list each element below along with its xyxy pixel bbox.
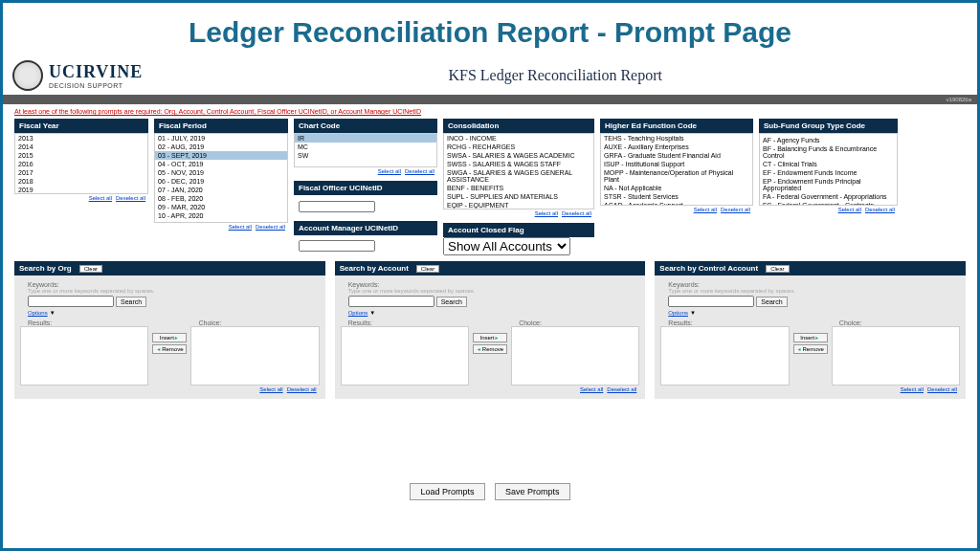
- closed-flag-select[interactable]: Show All Accounts: [443, 237, 570, 255]
- list-item[interactable]: NA - Not Applicable: [601, 184, 752, 192]
- sfgt-listbox[interactable]: AF - Agency FundsBF - Balancing Funds & …: [759, 133, 898, 206]
- options-link[interactable]: Options: [28, 310, 48, 316]
- save-prompts-button[interactable]: Save Prompts: [495, 483, 570, 500]
- select-all-link[interactable]: Select all: [535, 210, 558, 216]
- remove-button[interactable]: Remove: [152, 344, 187, 354]
- insert-button[interactable]: Insert: [152, 333, 187, 342]
- fiscal-period-listbox[interactable]: 01 - JULY, 201902 - AUG, 201903 - SEPT, …: [154, 133, 288, 223]
- deselect-all-link[interactable]: Deselect all: [721, 207, 750, 212]
- fiscal-year-listbox[interactable]: 201320142015201620172018201920202021: [14, 133, 148, 194]
- select-all-link[interactable]: Select all: [89, 195, 112, 201]
- options-link[interactable]: Options: [668, 310, 688, 316]
- choice-box[interactable]: [511, 326, 639, 386]
- deselect-all-link[interactable]: Deselect all: [927, 386, 957, 392]
- choice-box[interactable]: [832, 326, 960, 386]
- list-item[interactable]: MC: [295, 143, 436, 151]
- fiscal-year-panel: Fiscal Year 2013201420152016201720182019…: [14, 119, 148, 255]
- list-item[interactable]: 2019: [15, 186, 147, 194]
- list-item[interactable]: 03 - SEPT, 2019: [155, 151, 287, 160]
- list-item[interactable]: 2017: [15, 168, 147, 177]
- options-link[interactable]: Options: [348, 310, 368, 316]
- deselect-all-link[interactable]: Deselect all: [116, 195, 145, 201]
- choice-box[interactable]: [190, 326, 319, 386]
- list-item[interactable]: RCHG - RECHARGES: [444, 143, 593, 151]
- list-item[interactable]: GRFA - Graduate Student Financial Aid: [601, 151, 752, 160]
- keywords-input[interactable]: [668, 296, 754, 307]
- deselect-all-link[interactable]: Deselect all: [865, 207, 895, 212]
- select-all-link[interactable]: Select all: [259, 386, 282, 392]
- list-item[interactable]: ISUP - Institutional Support: [601, 160, 752, 168]
- list-item[interactable]: BF - Balancing Funds & Encumbrance Contr…: [760, 144, 897, 160]
- list-item[interactable]: 04 - OCT, 2019: [155, 160, 287, 168]
- list-item[interactable]: SUPL - SUPPLIES AND MATERIALS: [444, 192, 593, 201]
- list-item[interactable]: TEHS - Teaching Hospitals: [601, 134, 752, 143]
- requirement-link[interactable]: At least one of the following prompts ar…: [14, 108, 421, 115]
- list-item[interactable]: 02 - AUG, 2019: [155, 143, 287, 151]
- chart-code-header: Chart Code: [294, 119, 437, 133]
- list-item[interactable]: 2016: [15, 160, 147, 168]
- deselect-all-link[interactable]: Deselect all: [562, 210, 591, 216]
- list-item[interactable]: SWSS - SALARIES & WAGES STAFF: [444, 160, 593, 168]
- list-item[interactable]: MOPP - Maintenance/Operation of Physical…: [601, 168, 752, 184]
- consolidation-listbox[interactable]: INCO - INCOMERCHG - RECHARGESSWSA - SALA…: [443, 133, 594, 209]
- load-prompts-button[interactable]: Load Prompts: [410, 483, 484, 500]
- deselect-all-link[interactable]: Deselect all: [287, 386, 317, 392]
- select-all-link[interactable]: Select all: [694, 207, 717, 212]
- select-all-link[interactable]: Select all: [580, 386, 603, 392]
- fiscal-officer-input[interactable]: [299, 201, 375, 212]
- search-button[interactable]: Search: [756, 297, 787, 307]
- clear-button[interactable]: Clear: [766, 265, 789, 273]
- keywords-input[interactable]: [28, 296, 114, 307]
- list-item[interactable]: 08 - FEB, 2020: [155, 194, 287, 203]
- list-item[interactable]: 2014: [15, 143, 147, 151]
- list-item[interactable]: EF - Endowment Funds Income: [760, 168, 897, 177]
- select-all-link[interactable]: Select all: [838, 207, 861, 212]
- list-item[interactable]: CT - Clinical Trials: [760, 160, 897, 168]
- list-item[interactable]: SWGA - SALARIES & WAGES GENERAL ASSISTAN…: [444, 168, 593, 184]
- insert-button[interactable]: Insert: [793, 333, 828, 342]
- list-item[interactable]: INCO - INCOME: [444, 134, 593, 143]
- select-all-link[interactable]: Select all: [229, 224, 252, 230]
- clear-button[interactable]: Clear: [416, 265, 439, 273]
- list-item[interactable]: 09 - MAR, 2020: [155, 203, 287, 211]
- list-item[interactable]: 07 - JAN, 2020: [155, 186, 287, 194]
- keywords-hint: Type one or more keywords separated by s…: [28, 288, 320, 294]
- deselect-all-link[interactable]: Deselect all: [405, 168, 434, 174]
- remove-button[interactable]: Remove: [473, 344, 507, 354]
- search-button[interactable]: Search: [116, 297, 146, 307]
- list-item[interactable]: AF - Agency Funds: [760, 136, 897, 144]
- list-item[interactable]: 2018: [15, 177, 147, 186]
- results-box[interactable]: [660, 326, 789, 386]
- keywords-input[interactable]: [348, 296, 434, 307]
- results-box[interactable]: [341, 326, 469, 386]
- select-all-link[interactable]: Select all: [378, 168, 401, 174]
- list-item[interactable]: SWSA - SALARIES & WAGES ACADEMIC: [444, 151, 593, 160]
- list-item[interactable]: 01 - JULY, 2019: [155, 134, 287, 143]
- list-item[interactable]: IR: [295, 134, 436, 143]
- list-item[interactable]: EQIP - EQUIPMENT: [444, 201, 593, 209]
- consolidation-header: Consolidation: [443, 119, 594, 133]
- list-item[interactable]: 2015: [15, 151, 147, 160]
- results-box[interactable]: [20, 326, 148, 386]
- list-item[interactable]: 2013: [15, 134, 147, 143]
- choice-label: Choice:: [519, 320, 639, 326]
- list-item[interactable]: 05 - NOV, 2019: [155, 168, 287, 177]
- chart-code-listbox[interactable]: IRMCSW: [294, 133, 437, 167]
- list-item[interactable]: SW: [295, 151, 436, 160]
- hefc-listbox[interactable]: TEHS - Teaching HospitalsAUXE - Auxiliar…: [600, 133, 753, 206]
- search-button[interactable]: Search: [436, 297, 467, 307]
- list-item[interactable]: AUXE - Auxiliary Enterprises: [601, 143, 752, 151]
- insert-button[interactable]: Insert: [473, 333, 507, 342]
- list-item[interactable]: 10 - APR, 2020: [155, 211, 287, 220]
- list-item[interactable]: BENF - BENEFITS: [444, 184, 593, 192]
- select-all-link[interactable]: Select all: [901, 386, 924, 392]
- list-item[interactable]: 06 - DEC, 2019: [155, 177, 287, 186]
- clear-button[interactable]: Clear: [79, 265, 102, 273]
- list-item[interactable]: STSR - Student Services: [601, 192, 752, 201]
- account-manager-input[interactable]: [299, 240, 375, 252]
- deselect-all-link[interactable]: Deselect all: [607, 386, 636, 392]
- list-item[interactable]: FA - Federal Government - Appropriations: [760, 192, 897, 201]
- list-item[interactable]: EP - Endowment Funds Principal Appropria…: [760, 177, 897, 192]
- remove-button[interactable]: Remove: [793, 344, 828, 354]
- deselect-all-link[interactable]: Deselect all: [256, 224, 285, 230]
